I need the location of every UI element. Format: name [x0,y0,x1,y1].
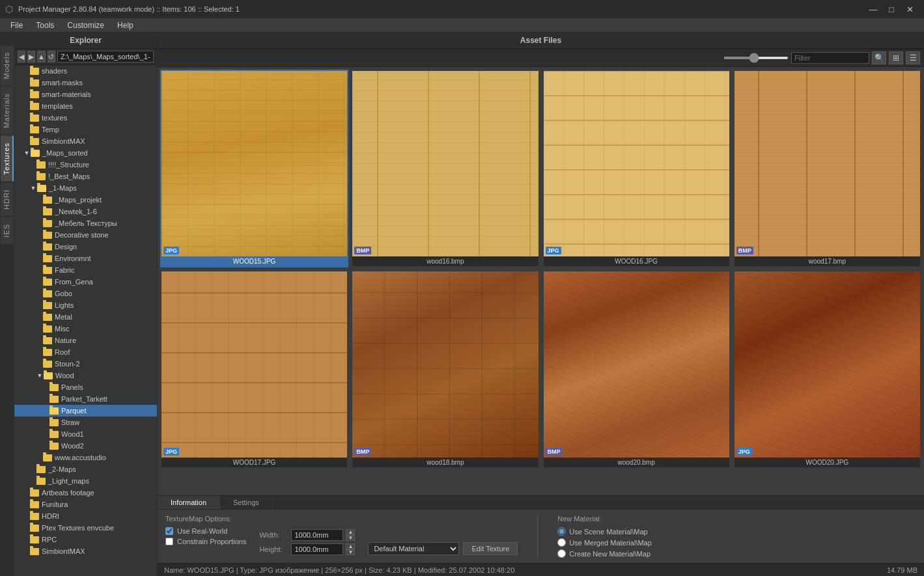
edit-texture-button[interactable]: Edit Texture [463,542,518,555]
grid-item-wood18bmp[interactable]: BMP wood18.bmp [351,270,539,468]
filter-input[interactable] [791,52,869,64]
tree-item-rpc[interactable]: RPC [14,534,157,545]
tree-item-straw[interactable]: Straw [14,417,157,428]
radio-use-scene-input[interactable] [557,527,566,536]
thumb-wood16jpg: JPG [544,71,729,256]
divider [537,515,538,558]
width-down-btn[interactable]: ▼ [346,535,355,541]
tree-item-roof[interactable]: Roof [14,346,157,358]
tree-item-environmnt[interactable]: Environmnt [14,253,157,264]
tree-item-ptex[interactable]: Ptex Textures envcube [14,522,157,534]
height-up-btn[interactable]: ▲ [346,543,355,549]
tree-item-lights[interactable]: Lights [14,299,157,311]
tree-item-misc[interactable]: Misc [14,323,157,335]
menu-customize[interactable]: Customize [62,20,109,31]
tree-item-metal[interactable]: Metal [14,311,157,323]
radio-create-new-input[interactable] [557,549,566,558]
tree-item-1-maps[interactable]: ▼ _1-Maps [14,182,157,194]
radio-use-merged-input[interactable] [557,538,566,547]
menu-file[interactable]: File [5,20,28,31]
tree-item-gobo[interactable]: Gobo [14,288,157,299]
tree-item-funitura[interactable]: Funitura [14,499,157,510]
list-view-button[interactable]: ☰ [906,51,920,64]
tree-item-templates[interactable]: templates [14,100,157,112]
maximize-button[interactable]: □ [882,0,901,18]
nav-path-input[interactable] [57,51,154,62]
nav-refresh-button[interactable]: ↺ [48,51,55,62]
grid-item-wood15jpg[interactable]: JPG WOOD15.JPG [160,70,348,267]
tree-item-simbiontmax2[interactable]: SimbiontMAX [14,545,157,557]
minimize-button[interactable]: — [864,0,882,18]
tab-materials[interactable]: Materials [1,87,14,135]
grid-item-wood16bmp[interactable]: BMP wood16.bmp [351,70,539,267]
nav-back-button[interactable]: ◀ [18,51,25,62]
tree-item-structure[interactable]: !!!!_Structure [14,159,157,171]
tree-item-maps-sorted[interactable]: ▼ _Maps_sorted [14,147,157,159]
tree-item-panels[interactable]: Panels [14,381,157,393]
tree-item-smart-materials[interactable]: smart-materials [14,89,157,100]
tree-item-design[interactable]: Design [14,241,157,253]
tree-item-simbiontmax1[interactable]: SimbiontMAX [14,135,157,147]
tree-item-2-maps[interactable]: _2-Maps [14,463,157,475]
constrain-proportions-checkbox[interactable] [165,538,173,545]
tab-ies[interactable]: IES [1,217,14,244]
height-down-btn[interactable]: ▼ [346,549,355,555]
grid-item-wood20bmp[interactable]: BMP wood20.bmp [542,270,731,468]
label-wood17jpg: WOOD17.JPG [161,458,347,467]
tab-models[interactable]: Models [1,46,14,85]
nav-forward-button[interactable]: ▶ [27,51,35,62]
texturemap-options: TextureMap Options: Use Real-World Const… [165,515,246,558]
side-tabs: Models Materials Textures HDRI IES [0,33,14,576]
width-up-btn[interactable]: ▲ [346,529,355,535]
tree-item-temp[interactable]: Temp [14,124,157,135]
tree-item-mebel[interactable]: _Мебель Текстуры [14,217,157,229]
tree-item-best-maps[interactable]: !_Best_Maps [14,171,157,182]
tree-item-parquet[interactable]: Parquet [14,405,157,417]
options-panel: TextureMap Options: Use Real-World Const… [158,509,924,563]
new-material-title: New Material: [557,515,652,523]
tree-item-textures[interactable]: textures [14,112,157,124]
grid-item-wood16jpg[interactable]: JPG WOOD16.JPG [542,70,731,267]
tab-hdri[interactable]: HDRI [1,183,14,216]
tree-item-parket[interactable]: Parket_Tarkett [14,393,157,405]
grid-view-button[interactable]: ⊞ [889,51,903,64]
search-icon-button[interactable]: 🔍 [872,51,886,64]
tree-item-stoun2[interactable]: Stoun-2 [14,358,157,370]
menu-tools[interactable]: Tools [31,20,59,31]
zoom-slider[interactable] [723,57,789,59]
tree-item-decorative[interactable]: Decorative stone [14,229,157,241]
grid-item-wood17jpg[interactable]: JPG WOOD17.JPG [160,270,348,468]
tree-item-nature[interactable]: Nature [14,335,157,346]
tree-item-artbeats[interactable]: Artbeats footage [14,487,157,499]
menu-help[interactable]: Help [112,20,139,31]
tree-item-shaders[interactable]: shaders [14,65,157,77]
tree-item-light-maps[interactable]: _Light_maps [14,475,157,487]
width-input[interactable] [291,529,343,541]
tab-settings[interactable]: Settings [220,496,273,509]
image-grid[interactable]: JPG WOOD15.JPG BMP wood16.bmp JPG WOOD16… [158,67,924,495]
grid-item-wood20jpg[interactable]: JPG WOOD20.JPG [733,270,921,468]
tree-item-wood2[interactable]: Wood2 [14,440,157,452]
constrain-proportions-label: Constrain Proportions [177,538,246,545]
nav-up-button[interactable]: ▲ [37,51,46,62]
use-real-world-checkbox[interactable] [165,527,173,535]
height-label: Height: [259,545,288,553]
tree-container[interactable]: shaders smart-masks smart-materials temp… [14,65,157,576]
height-input[interactable] [291,543,343,555]
tab-information[interactable]: Information [158,496,220,509]
tree-item-accustudio[interactable]: www.accustudio [14,452,157,463]
tree-item-from-gena[interactable]: From_Gena [14,276,157,288]
material-dropdown[interactable]: Default Material [368,542,459,555]
tree-item-newtek[interactable]: _Newtek_1-6 [14,206,157,217]
titlebar-title: Project Manager 2.80.84 (teamwork mode) … [18,5,240,13]
close-button[interactable]: ✕ [901,0,919,18]
status-size: 14.79 MB [887,566,917,574]
grid-item-wood17bmp[interactable]: BMP wood17.bmp [733,70,921,267]
tree-item-smart-masks[interactable]: smart-masks [14,77,157,89]
tree-item-hdri[interactable]: HDRI [14,510,157,522]
tree-item-fabric[interactable]: Fabric [14,264,157,276]
tree-item-wood1[interactable]: Wood1 [14,428,157,440]
tree-item-maps-projekt[interactable]: _Maps_projekt [14,194,157,206]
tree-item-wood[interactable]: ▼ Wood [14,370,157,381]
tab-textures[interactable]: Textures [1,136,14,182]
